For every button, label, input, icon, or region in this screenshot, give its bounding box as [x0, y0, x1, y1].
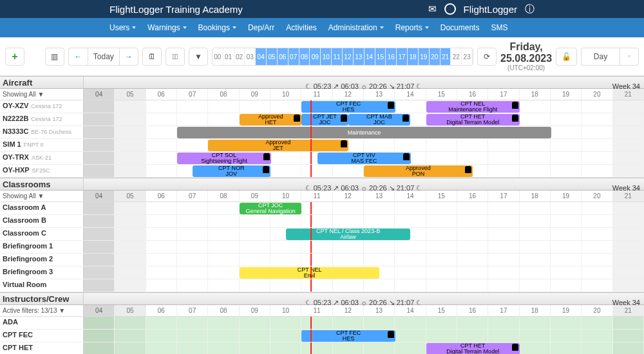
grid-cell[interactable]: [520, 215, 551, 227]
grid-cell[interactable]: [301, 215, 332, 227]
grid-cell[interactable]: [333, 165, 364, 177]
grid-cell[interactable]: [613, 152, 644, 164]
grid-cell[interactable]: [488, 266, 519, 279]
booking-event[interactable]: ApprovedJET: [208, 140, 348, 151]
grid-cell[interactable]: [146, 330, 177, 342]
grid-cell[interactable]: [613, 266, 644, 279]
grid-cell[interactable]: [520, 165, 551, 177]
grid-cell[interactable]: [613, 202, 644, 214]
grid-cell[interactable]: [426, 152, 457, 164]
grid-cell[interactable]: [395, 215, 426, 227]
grid-cell[interactable]: [115, 100, 146, 113]
grid-cell[interactable]: [457, 317, 488, 329]
resource-label[interactable]: Briefingroom 2: [0, 254, 84, 266]
nav-documents[interactable]: Documents: [440, 23, 480, 32]
grid-cell[interactable]: [270, 279, 301, 292]
grid-cell[interactable]: [395, 317, 426, 329]
grid-cell[interactable]: [208, 279, 239, 292]
grid-cell[interactable]: [613, 100, 644, 113]
grid-cell[interactable]: [364, 215, 395, 227]
hour-strip-cell[interactable]: 10: [321, 48, 332, 65]
grid-cell[interactable]: [208, 215, 239, 227]
grid-cell[interactable]: [582, 228, 612, 240]
grid-cell[interactable]: [177, 100, 208, 113]
grid-cell[interactable]: [270, 152, 301, 164]
grid-cell[interactable]: [240, 330, 270, 342]
hour-range-strip[interactable]: 0001020304050607080910111213141516171819…: [212, 48, 473, 66]
grid-cell[interactable]: [457, 254, 488, 266]
grid-cell[interactable]: [240, 215, 270, 227]
grid-cell[interactable]: [84, 317, 115, 329]
hour-strip-cell[interactable]: 15: [375, 48, 386, 65]
grid-cell[interactable]: [613, 113, 644, 126]
grid-cell[interactable]: [520, 266, 551, 279]
resource-label[interactable]: N3333CBE-76 Duchess: [0, 126, 84, 138]
booking-event[interactable]: CPT JOCGeneral Navigation: [240, 203, 302, 214]
grid-cell[interactable]: [270, 330, 301, 342]
grid-cell[interactable]: [270, 241, 301, 253]
grid-cell[interactable]: [208, 241, 239, 253]
grid-cell[interactable]: [208, 330, 239, 342]
grid-cell[interactable]: [270, 254, 301, 266]
grid-cell[interactable]: [426, 228, 457, 240]
grid-cell[interactable]: [270, 165, 301, 177]
grid-cell[interactable]: [115, 113, 146, 126]
resource-label[interactable]: Classroom B: [0, 215, 84, 227]
grid-cell[interactable]: [457, 330, 488, 342]
grid-cell[interactable]: [301, 342, 332, 354]
grid-cell[interactable]: [613, 215, 644, 227]
booking-event[interactable]: CPT MABJOC: [348, 114, 411, 126]
grid-cell[interactable]: [582, 113, 612, 126]
grid-cell[interactable]: [177, 342, 208, 354]
grid-cell[interactable]: [457, 202, 488, 214]
grid-cell[interactable]: [208, 228, 239, 240]
hour-strip-cell[interactable]: 23: [462, 48, 473, 65]
grid-cell[interactable]: [426, 254, 457, 266]
hour-strip-cell[interactable]: 02: [234, 48, 245, 65]
hour-strip-cell[interactable]: 03: [245, 48, 256, 65]
grid-cell[interactable]: [488, 317, 519, 329]
resource-label[interactable]: Classroom A: [0, 202, 84, 214]
filter-button[interactable]: ▼: [189, 48, 208, 66]
lock-button[interactable]: 🔓: [556, 48, 577, 66]
grid-cell[interactable]: [115, 228, 146, 240]
grid-cell[interactable]: [457, 152, 488, 164]
grid-cell[interactable]: [146, 317, 177, 329]
grid-cell[interactable]: [551, 113, 582, 126]
grid-cell[interactable]: [364, 139, 395, 151]
grid-cell[interactable]: [301, 202, 332, 214]
grid-cell[interactable]: [146, 254, 177, 266]
booking-event[interactable]: CPT VIVMAS FEC: [317, 153, 411, 164]
grid-cell[interactable]: [301, 165, 332, 177]
grid-cell[interactable]: [520, 254, 551, 266]
booking-event[interactable]: Maintenance: [177, 127, 551, 138]
grid-cell[interactable]: [177, 241, 208, 253]
grid-cell[interactable]: [115, 266, 146, 279]
prev-button[interactable]: ←: [68, 48, 88, 66]
grid-cell[interactable]: [177, 215, 208, 227]
nav-warnings[interactable]: Warnings: [147, 23, 186, 32]
grid-cell[interactable]: [520, 202, 551, 214]
grid-cell[interactable]: [551, 139, 582, 151]
grid-cell[interactable]: [84, 342, 115, 354]
resource-label[interactable]: OY-TRXASK-21: [0, 152, 84, 164]
grid-cell[interactable]: [146, 266, 177, 279]
grid-cell[interactable]: [582, 279, 612, 292]
grid-cell[interactable]: [613, 139, 644, 151]
grid-cell[interactable]: [240, 241, 270, 253]
booking-event[interactable]: ApprovedHET: [240, 114, 302, 126]
grid-cell[interactable]: [208, 266, 239, 279]
grid-cell[interactable]: [395, 100, 426, 113]
grid-cell[interactable]: [426, 139, 457, 151]
grid-cell[interactable]: [84, 152, 115, 164]
hour-strip-cell[interactable]: 16: [386, 48, 397, 65]
grid-cell[interactable]: [177, 279, 208, 292]
grid-cell[interactable]: [364, 202, 395, 214]
grid-cell[interactable]: [333, 342, 364, 354]
nav-reports[interactable]: Reports: [395, 23, 429, 32]
grid-cell[interactable]: [457, 279, 488, 292]
grid-cell[interactable]: [208, 202, 239, 214]
resource-label[interactable]: Virtual Room: [0, 279, 84, 292]
next-button[interactable]: →: [119, 48, 138, 66]
grid-cell[interactable]: [582, 139, 612, 151]
